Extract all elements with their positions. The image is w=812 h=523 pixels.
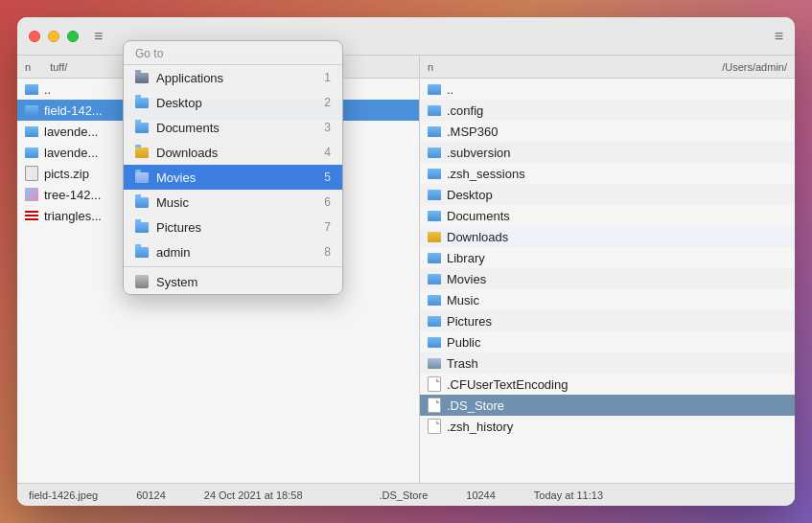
list-item[interactable]: Desktop xyxy=(420,184,795,205)
folder-icon xyxy=(25,84,38,95)
doc-icon xyxy=(428,398,441,413)
file-name: lavende... xyxy=(44,146,98,160)
shortcut-8: 8 xyxy=(324,245,331,259)
right-file-list: .. .config .MSP360 .subversion .zsh_sess… xyxy=(420,79,795,483)
minimize-button[interactable] xyxy=(48,31,59,42)
folder-icon xyxy=(428,148,441,158)
dropdown-item-desktop[interactable]: Desktop 2 xyxy=(124,90,342,115)
list-item[interactable]: .MSP360 xyxy=(420,121,795,142)
dropdown-label: Desktop xyxy=(156,96,202,110)
folder-icon xyxy=(25,126,38,137)
left-col-n: n xyxy=(25,61,31,73)
doc-icon xyxy=(428,376,441,392)
finder-window: ≡ ≡ n tuff/ .. field-142... la xyxy=(17,17,795,506)
trash-folder-icon xyxy=(428,358,441,369)
file-name: tree-142... xyxy=(44,188,101,202)
dropdown-item-documents[interactable]: Documents 3 xyxy=(124,115,342,140)
folder-icon xyxy=(25,105,38,116)
dropdown-label: Pictures xyxy=(156,220,201,235)
zip-icon xyxy=(25,166,38,181)
dropdown-label: Documents xyxy=(156,121,220,135)
dropdown-item-downloads[interactable]: Downloads 4 xyxy=(124,140,342,165)
folder-icon xyxy=(428,84,441,95)
dropdown-item-applications[interactable]: Applications 1 xyxy=(124,65,342,90)
music-folder-icon xyxy=(135,197,149,208)
shortcut-6: 6 xyxy=(324,195,331,209)
list-item[interactable]: .config xyxy=(420,100,795,121)
list-item[interactable]: Downloads xyxy=(420,226,795,247)
dropdown-item-music[interactable]: Music 6 xyxy=(124,190,342,215)
list-item[interactable]: Documents xyxy=(420,205,795,226)
file-name: Public xyxy=(447,335,480,350)
file-name: Movies xyxy=(447,272,486,286)
list-item[interactable]: .. xyxy=(420,79,795,100)
dropdown-item-system[interactable]: System xyxy=(124,269,342,294)
statusbar: field-1426.jpeg 60124 24 Oct 2021 at 18:… xyxy=(17,483,795,506)
pictures-folder-icon xyxy=(135,222,149,233)
file-name: .subversion xyxy=(447,146,510,160)
file-name: Desktop xyxy=(447,188,493,202)
flag-icon xyxy=(25,211,38,220)
applications-folder-icon xyxy=(135,73,149,83)
shortcut-7: 7 xyxy=(324,220,331,234)
file-name: .. xyxy=(447,82,453,97)
file-name: triangles... xyxy=(44,209,102,223)
statusbar-filesize: 60124 xyxy=(136,489,166,501)
folder-icon xyxy=(428,337,441,348)
list-item[interactable]: Public xyxy=(420,331,795,352)
goto-dropdown-menu[interactable]: Go to Applications 1 Desktop 2 Documents… xyxy=(123,56,343,295)
file-name: .DS_Store xyxy=(447,398,504,413)
downloads-folder-icon xyxy=(135,148,149,158)
list-item[interactable]: .zsh_sessions xyxy=(420,163,795,184)
file-name: Trash xyxy=(447,356,478,371)
folder-icon xyxy=(428,105,441,116)
list-item[interactable]: Movies xyxy=(420,268,795,289)
right-panel: n /Users/admin/ .. .config .MSP360 xyxy=(420,56,795,483)
list-item[interactable]: .CFUserTextEncoding xyxy=(420,374,795,395)
left-col-path: tuff/ xyxy=(50,61,67,73)
doc-icon xyxy=(428,419,441,434)
folder-icon xyxy=(428,274,441,284)
file-name: Music xyxy=(447,293,479,307)
movies-folder-icon xyxy=(135,172,149,183)
list-item[interactable]: Trash xyxy=(420,352,795,374)
folder-icon xyxy=(25,148,38,158)
shortcut-3: 3 xyxy=(324,121,331,134)
dropdown-item-pictures[interactable]: Pictures 7 xyxy=(124,215,342,239)
list-item[interactable]: Library xyxy=(420,247,795,268)
statusbar-filename: field-1426.jpeg xyxy=(29,489,98,501)
admin-folder-icon xyxy=(135,247,149,258)
file-name: .MSP360 xyxy=(447,125,498,139)
file-name: field-142... xyxy=(44,103,103,118)
statusbar-right-filename: .DS_Store xyxy=(380,489,429,501)
folder-icon xyxy=(428,316,441,327)
dropdown-item-movies[interactable]: Movies 5 xyxy=(124,165,342,190)
dropdown-label: Downloads xyxy=(156,146,218,160)
shortcut-4: 4 xyxy=(324,146,331,159)
image-icon xyxy=(25,188,38,201)
list-item[interactable]: Pictures xyxy=(420,310,795,331)
shortcut-5: 5 xyxy=(324,171,331,184)
folder-icon xyxy=(428,295,441,306)
list-item[interactable]: .DS_Store xyxy=(420,395,795,416)
list-item[interactable]: .subversion xyxy=(420,142,795,163)
file-name: Downloads xyxy=(447,230,508,244)
right-col-path: /Users/admin/ xyxy=(722,61,787,73)
dropdown-item-admin[interactable]: admin 8 xyxy=(124,239,342,264)
file-name: Pictures xyxy=(447,314,492,329)
list-item[interactable]: .zsh_history xyxy=(420,416,795,437)
shortcut-1: 1 xyxy=(324,71,331,84)
folder-icon xyxy=(428,169,441,179)
list-item[interactable]: Music xyxy=(420,289,795,310)
statusbar-right-date: Today at 11:13 xyxy=(534,489,603,501)
desktop-folder-icon xyxy=(135,98,149,108)
maximize-button[interactable] xyxy=(67,31,79,42)
folder-icon xyxy=(428,190,441,200)
shortcut-2: 2 xyxy=(324,96,331,109)
dropdown-label: Movies xyxy=(156,171,196,185)
right-col-n: n xyxy=(428,61,433,73)
folder-icon xyxy=(428,253,441,263)
file-name: Library xyxy=(447,251,485,265)
right-column-header: n /Users/admin/ xyxy=(420,56,795,79)
close-button[interactable] xyxy=(29,31,40,42)
